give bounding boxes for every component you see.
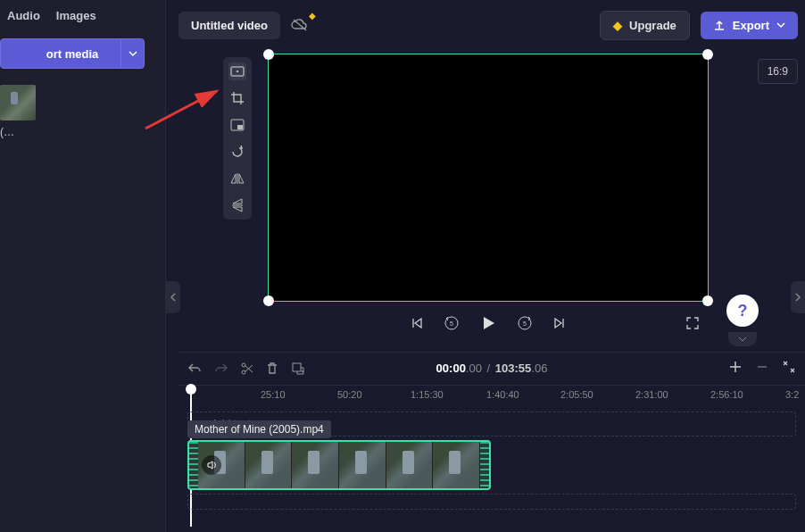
media-tabs: Audio Images xyxy=(0,0,165,31)
play-button[interactable] xyxy=(479,314,497,332)
upgrade-button[interactable]: ◆ Upgrade xyxy=(600,11,690,40)
cloud-off-icon xyxy=(291,18,309,32)
chevron-down-icon xyxy=(129,49,137,58)
skip-back-button[interactable] xyxy=(410,316,424,330)
duplicate-icon xyxy=(291,362,305,376)
trash-icon xyxy=(266,362,278,376)
media-item-label: (… xyxy=(0,126,165,138)
resize-handle-br[interactable] xyxy=(702,295,713,306)
undo-icon xyxy=(187,362,202,375)
chevron-down-icon xyxy=(776,21,785,29)
export-button[interactable]: Export xyxy=(701,12,798,39)
play-icon xyxy=(479,314,497,332)
clip-thumb xyxy=(433,442,480,488)
scissors-icon xyxy=(241,362,253,376)
redo-button[interactable] xyxy=(214,362,228,375)
ruler-tick: 2:31:00 xyxy=(635,389,668,400)
forward-button[interactable]: 5 xyxy=(517,315,533,331)
compress-icon xyxy=(782,360,796,374)
svg-point-9 xyxy=(242,363,245,367)
media-sidebar: Audio Images ort media (… xyxy=(0,0,166,532)
chevron-left-icon xyxy=(170,293,177,302)
aspect-ratio-selector[interactable]: 16:9 xyxy=(758,59,798,84)
current-time: 00:00 xyxy=(436,362,466,375)
fit-timeline-button[interactable] xyxy=(782,360,796,374)
import-media-label: ort media xyxy=(46,47,99,61)
undo-button[interactable] xyxy=(187,362,202,375)
clip-thumb xyxy=(386,442,434,488)
timeline-right-tools xyxy=(728,360,796,374)
clip-trim-start[interactable] xyxy=(189,442,198,488)
pip-tool[interactable] xyxy=(228,116,246,134)
help-button[interactable]: ? xyxy=(726,295,759,327)
project-title[interactable]: Untitled video xyxy=(178,12,280,39)
redo-icon xyxy=(214,362,228,375)
video-clip[interactable] xyxy=(187,440,491,490)
crop-tool[interactable] xyxy=(228,89,246,107)
forward-icon: 5 xyxy=(517,315,533,331)
zoom-out-button[interactable] xyxy=(755,360,769,374)
clip-thumbnails xyxy=(198,442,480,488)
rotate-icon xyxy=(230,145,245,159)
ruler-tick: 1:40:40 xyxy=(486,389,519,400)
clip-trim-end[interactable] xyxy=(480,442,489,488)
pip-icon xyxy=(230,119,245,131)
fullscreen-button[interactable] xyxy=(685,316,700,330)
ruler-tick: 1:15:30 xyxy=(411,389,444,400)
empty-track-lane[interactable] xyxy=(187,494,796,510)
preview-area: 16:9 5 5 ? xyxy=(178,46,798,348)
duplicate-button[interactable] xyxy=(291,362,305,376)
ruler-tick: 25:10 xyxy=(261,389,286,400)
gem-icon: ◆ xyxy=(309,11,316,21)
add-track-button[interactable] xyxy=(728,360,743,374)
crop-icon xyxy=(230,91,245,105)
flip-vertical-tool[interactable] xyxy=(228,196,246,214)
rewind-button[interactable]: 5 xyxy=(444,315,460,331)
playback-controls: 5 5 xyxy=(268,314,709,332)
flip-h-icon xyxy=(230,172,245,185)
duration-time: 103:55 xyxy=(495,362,531,375)
import-media-button[interactable]: ort media xyxy=(0,38,145,69)
svg-text:5: 5 xyxy=(450,320,453,327)
delete-button[interactable] xyxy=(266,362,278,376)
media-thumbnail[interactable] xyxy=(0,85,36,121)
split-button[interactable] xyxy=(241,362,253,376)
fit-icon xyxy=(230,66,245,77)
canvas-tool-strip xyxy=(223,57,252,220)
flip-horizontal-tool[interactable] xyxy=(228,170,246,187)
ruler-tick: 3:2 xyxy=(785,389,799,400)
export-label: Export xyxy=(733,19,769,32)
preview-canvas[interactable] xyxy=(268,54,709,302)
cloud-sync-button[interactable]: ◆ xyxy=(291,18,309,32)
tab-audio[interactable]: Audio xyxy=(7,9,40,22)
timeline-ruler[interactable]: 25:10 50:20 1:15:30 1:40:40 2:05:50 2:31… xyxy=(178,385,805,408)
fullscreen-icon xyxy=(685,316,700,330)
clip-thumb xyxy=(245,442,293,488)
timecode-display: 00:00.00 / 103:55.06 xyxy=(436,362,548,375)
ruler-tick: 50:20 xyxy=(337,389,362,400)
skip-forward-button[interactable] xyxy=(552,316,567,330)
import-media-dropdown[interactable] xyxy=(120,39,144,68)
upload-icon xyxy=(713,19,726,31)
gem-icon: ◆ xyxy=(613,19,622,32)
clip-thumb xyxy=(292,442,339,488)
clip-volume-button[interactable] xyxy=(202,455,221,475)
resize-handle-tr[interactable] xyxy=(702,49,713,60)
help-dropdown[interactable] xyxy=(728,332,757,346)
resize-handle-bl[interactable] xyxy=(263,295,274,306)
ruler-tick: 2:05:50 xyxy=(560,389,593,400)
rotate-tool[interactable] xyxy=(228,143,246,161)
topbar: Untitled video ◆ ◆ Upgrade Export xyxy=(178,7,798,43)
speaker-icon xyxy=(206,460,217,470)
svg-rect-11 xyxy=(293,363,301,371)
tab-images[interactable]: Images xyxy=(56,9,96,22)
skip-forward-icon xyxy=(552,316,567,330)
clip-filename-tooltip: Mother of Mine (2005).mp4 xyxy=(187,420,331,438)
resize-handle-tl[interactable] xyxy=(263,49,274,60)
help-icon: ? xyxy=(738,302,748,320)
fit-tool[interactable] xyxy=(228,62,246,80)
svg-rect-3 xyxy=(237,125,243,129)
chevron-down-icon xyxy=(738,336,747,343)
rewind-icon: 5 xyxy=(444,315,460,331)
svg-text:5: 5 xyxy=(523,320,527,327)
